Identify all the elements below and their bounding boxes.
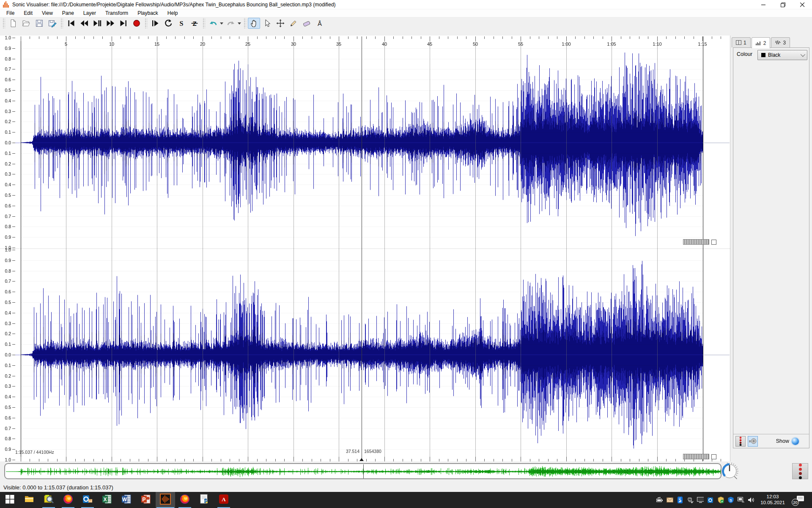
save-button[interactable] [33, 18, 45, 29]
outlook-icon [82, 494, 93, 506]
align-button[interactable]: Z [188, 18, 200, 29]
taskbar-acrobat-button[interactable]: A [214, 492, 233, 508]
rewind-start-button[interactable] [65, 18, 77, 29]
toolbar-separator [144, 18, 147, 28]
menu-item-playback[interactable]: Playback [133, 9, 163, 17]
tray-defender-icon[interactable] [717, 497, 724, 503]
menu-item-layer[interactable]: Layer [79, 9, 101, 17]
taskbar-outlook-button[interactable] [78, 492, 97, 508]
menu-item-transform[interactable]: Transform [101, 9, 133, 17]
open-button[interactable] [20, 18, 32, 29]
fast-forward-end-button[interactable] [117, 18, 129, 29]
tray-outlook-tray-icon[interactable] [707, 497, 714, 503]
minimize-button[interactable] [754, 0, 773, 9]
save-icon [35, 19, 44, 28]
menu-item-pane[interactable]: Pane [58, 9, 79, 17]
export-button[interactable] [46, 18, 58, 29]
tray-usb-icon[interactable] [687, 497, 694, 503]
firefox-2-icon [180, 494, 190, 506]
undo-icon [208, 19, 218, 28]
tray-shield-s-icon[interactable]: S [727, 497, 734, 503]
overview-panner[interactable] [4, 463, 721, 479]
time-ruler-label: 45 [420, 41, 439, 47]
taskbar-python-file-button[interactable] [195, 492, 214, 508]
amplitude-scale-tick [12, 449, 15, 450]
select-button[interactable] [261, 18, 273, 29]
notification-center-button[interactable]: 20 [796, 495, 804, 504]
taskbar-file-explorer-button[interactable] [19, 492, 39, 508]
taskbar-powerpoint-button[interactable]: P [136, 492, 156, 508]
playback-level-button[interactable] [735, 436, 746, 447]
tray-volume-icon[interactable] [748, 497, 754, 503]
edit-button[interactable] [274, 18, 286, 29]
amplitude-scale-label: 0.3 [0, 321, 11, 326]
taskbar-firefox-button[interactable] [58, 492, 78, 508]
measure-button[interactable]: Å [313, 18, 326, 29]
amplitude-scale-label: 0.6 [0, 77, 11, 82]
draw-button[interactable] [287, 18, 299, 29]
pane2-zoom-reset-button[interactable] [711, 454, 716, 459]
pane2-zoom-wheel[interactable] [683, 454, 709, 459]
play-button[interactable] [91, 18, 103, 29]
redo-button[interactable] [225, 18, 237, 29]
time-ruler-tick [230, 36, 230, 39]
play-selection-button[interactable] [149, 18, 161, 29]
colour-select[interactable]: Black [757, 50, 807, 60]
tray-bluetooth-icon[interactable] [677, 497, 683, 503]
zero-line-continuation [703, 143, 730, 143]
amplitude-scale-label: 0.9 [0, 258, 11, 263]
tray-display-icon[interactable] [697, 497, 704, 503]
new-button[interactable] [7, 18, 19, 29]
menu-item-view[interactable]: View [37, 9, 58, 17]
menu-item-help[interactable]: Help [163, 9, 183, 17]
taskbar-sonic-visualiser-button[interactable] [156, 492, 175, 508]
record-button[interactable] [130, 18, 143, 29]
pane-tab-3[interactable]: 3 [771, 37, 790, 47]
rewind-button[interactable] [78, 18, 90, 29]
loop-icon [164, 19, 173, 28]
loop-button[interactable] [162, 18, 174, 29]
pane2-zoom-wheels[interactable] [683, 454, 716, 459]
restore-button[interactable] [773, 0, 793, 9]
solo-button[interactable]: S [175, 18, 187, 29]
playback-speed-knob[interactable] [719, 461, 741, 482]
redo-menu-button[interactable] [236, 18, 242, 29]
pane-tab-1[interactable]: 1 [732, 37, 751, 47]
undo-menu-button[interactable] [219, 18, 224, 29]
pane-tab-2[interactable]: 2 [752, 37, 771, 48]
toolbar: SZÅ [0, 17, 812, 36]
taskbar-start-button[interactable] [0, 492, 19, 508]
taskbar-excel-button[interactable]: X [97, 492, 117, 508]
close-button[interactable] [793, 0, 812, 9]
navigate-button[interactable] [248, 18, 260, 29]
taskbar-magnifier-app-button[interactable] [39, 492, 58, 508]
waveform-panes-area[interactable]: 5101520253035404550551:001:051:101:151.0… [0, 36, 730, 461]
tray-mail-icon[interactable] [667, 497, 673, 503]
show-toggle-led[interactable] [792, 438, 799, 445]
taskbar-word-button[interactable]: W [117, 492, 136, 508]
amplitude-scale-label: 0.0 [0, 140, 11, 145]
toolbar-separator [60, 18, 63, 28]
amplitude-scale-tick [12, 418, 15, 418]
undo-button[interactable] [207, 18, 219, 29]
menu-item-file[interactable]: File [2, 9, 19, 17]
erase-button[interactable] [300, 18, 313, 29]
audition-speaker-button[interactable] [748, 436, 758, 447]
amplitude-scale-tick [12, 69, 15, 69]
duration-samplerate-overlay: 1:15.037 / 44100Hz [15, 450, 54, 455]
pane1-zoom-wheels[interactable] [683, 239, 716, 245]
time-ruler-tick [84, 36, 85, 39]
tray-battery-pen-icon[interactable] [656, 497, 663, 503]
taskbar-firefox-2-button[interactable] [175, 492, 195, 508]
time-ruler-tick [657, 36, 658, 41]
pane1-zoom-wheel[interactable] [683, 239, 709, 245]
bottom-ruler-tick [21, 457, 21, 461]
fast-forward-button[interactable] [104, 18, 116, 29]
menu-item-edit[interactable]: Edit [19, 9, 37, 17]
playback-level-meter-button[interactable] [792, 463, 808, 479]
taskbar-clock[interactable]: 12:03 10.05.2021 [760, 494, 786, 505]
amplitude-scale-label: 0.4 [0, 310, 11, 315]
waveform-icon [775, 40, 781, 45]
tray-network-icon[interactable] [738, 497, 744, 503]
pane1-zoom-reset-button[interactable] [711, 240, 716, 245]
